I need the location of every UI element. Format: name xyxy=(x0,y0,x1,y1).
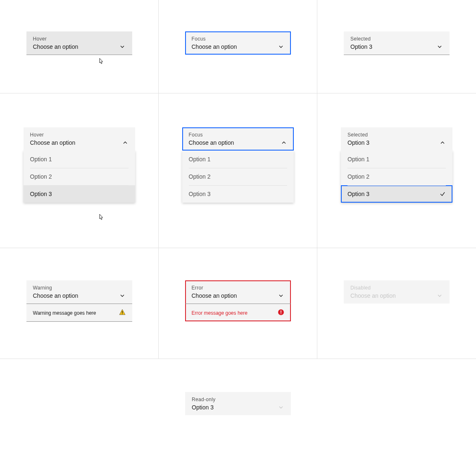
dropdown-label: Disabled xyxy=(350,285,443,291)
warning-message-row: Warning message goes here xyxy=(26,304,132,322)
svg-rect-3 xyxy=(281,311,281,313)
chevron-down-icon xyxy=(119,43,126,50)
svg-rect-4 xyxy=(281,313,281,314)
dropdown-focus[interactable]: Focus Choose an option xyxy=(185,31,291,55)
dropdown-label: Error xyxy=(192,285,284,291)
svg-rect-0 xyxy=(122,311,122,313)
svg-rect-1 xyxy=(122,313,122,314)
dropdown-label: Hover xyxy=(30,132,129,138)
warning-message: Warning message goes here xyxy=(33,310,96,316)
dropdown-label: Focus xyxy=(189,132,287,138)
chevron-down-icon xyxy=(436,43,443,50)
dropdown-disabled: Disabled Choose an option xyxy=(344,280,450,304)
chevron-up-icon xyxy=(281,139,287,146)
chevron-up-icon xyxy=(122,139,129,146)
dropdown-value: Choose an option xyxy=(192,292,237,299)
dropdown-hover[interactable]: Hover Choose an option xyxy=(26,31,132,55)
menu-option-2[interactable]: Option 2 xyxy=(182,168,294,185)
menu-option-1[interactable]: Option 1 xyxy=(24,151,135,168)
dropdown-label: Read-only xyxy=(192,397,284,402)
dropdown-label: Warning xyxy=(33,285,126,291)
dropdown-label: Selected xyxy=(347,132,446,138)
chevron-down-icon xyxy=(436,292,443,299)
dropdown-menu: Option 1 Option 2 Option 3 xyxy=(24,151,135,203)
menu-option-2[interactable]: Option 2 xyxy=(341,168,452,185)
pointer-cursor-icon xyxy=(97,57,105,66)
dropdown-label: Focus xyxy=(192,36,284,42)
dropdown-warning[interactable]: Warning Choose an option Warning message… xyxy=(26,280,132,322)
dropdown-selected-open[interactable]: Selected Option 3 xyxy=(341,127,452,151)
dropdown-value: Choose an option xyxy=(33,292,79,299)
pointer-cursor-icon xyxy=(97,213,105,222)
warning-icon xyxy=(119,309,126,317)
dropdown-label: Hover xyxy=(33,36,126,42)
menu-option-1[interactable]: Option 1 xyxy=(341,151,452,168)
dropdown-focus-open[interactable]: Focus Choose an option xyxy=(182,127,294,151)
dropdown-value: Choose an option xyxy=(189,139,234,146)
checkmark-icon xyxy=(439,191,446,197)
dropdown-value: Option 3 xyxy=(192,404,214,411)
dropdown-value: Choose an option xyxy=(192,43,237,50)
dropdown-label: Selected xyxy=(350,36,443,42)
menu-option-1[interactable]: Option 1 xyxy=(182,151,294,168)
menu-option-2[interactable]: Option 2 xyxy=(24,168,135,185)
error-icon xyxy=(278,309,284,317)
chevron-down-icon xyxy=(278,292,284,299)
dropdown-error[interactable]: Error Choose an option Error message goe… xyxy=(185,280,291,321)
dropdown-menu: Option 1 Option 2 Option 3 xyxy=(182,151,294,203)
dropdown-menu: Option 1 Option 2 Option 3 xyxy=(341,151,452,203)
dropdown-readonly: Read-only Option 3 xyxy=(185,392,291,415)
menu-option-3[interactable]: Option 3 xyxy=(182,185,294,203)
chevron-down-icon xyxy=(119,292,126,299)
error-message-row: Error message goes here xyxy=(185,304,291,321)
dropdown-value: Choose an option xyxy=(33,43,79,50)
chevron-up-icon xyxy=(439,139,446,146)
dropdown-value: Option 3 xyxy=(347,139,369,146)
menu-option-3[interactable]: Option 3 xyxy=(341,185,452,203)
dropdown-value: Option 3 xyxy=(350,43,372,50)
dropdown-selected[interactable]: Selected Option 3 xyxy=(344,31,450,55)
error-message: Error message goes here xyxy=(192,310,248,316)
dropdown-value: Choose an option xyxy=(30,139,76,146)
chevron-down-icon xyxy=(278,43,284,50)
dropdown-hover-open[interactable]: Hover Choose an option xyxy=(24,127,135,151)
dropdown-value: Choose an option xyxy=(350,292,396,299)
menu-option-3[interactable]: Option 3 xyxy=(24,185,135,203)
chevron-down-icon xyxy=(278,404,284,411)
